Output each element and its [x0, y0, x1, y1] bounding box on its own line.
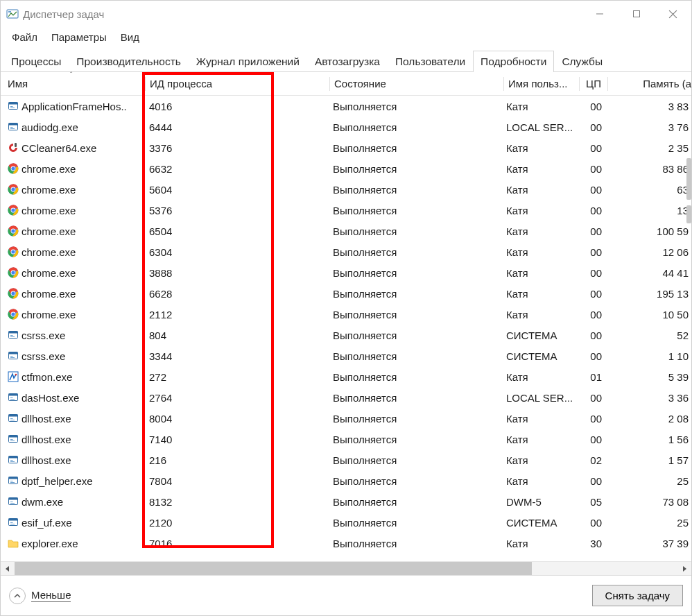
table-row[interactable]: dasHost.exe2764ВыполняетсяLOCAL SER...00… — [1, 387, 691, 408]
menu-options[interactable]: Параметры — [46, 30, 112, 44]
mem-cell: 52 — [605, 330, 691, 341]
cpu-cell: 00 — [577, 121, 605, 133]
mem-cell: 3 83 — [605, 101, 691, 112]
table-row[interactable]: chrome.exe6632ВыполняетсяКатя0083 86 — [1, 158, 691, 179]
table-row[interactable]: chrome.exe5376ВыполняетсяКатя0013 — [1, 200, 691, 221]
process-name-cell: chrome.exe — [1, 267, 145, 279]
ctfmon-icon — [8, 371, 19, 382]
tab-6[interactable]: Службы — [554, 51, 610, 72]
scroll-right-icon[interactable] — [677, 562, 691, 575]
svg-rect-58 — [9, 436, 18, 438]
mem-cell: 1 57 — [605, 454, 691, 466]
table-row[interactable]: esif_uf.exe2120ВыполняетсяСИСТЕМА0025 — [1, 512, 691, 533]
vertical-scroll-indicator[interactable] — [686, 158, 691, 200]
svg-rect-44 — [9, 352, 18, 354]
col-header-pid[interactable]: ИД процесса — [146, 78, 329, 89]
svg-rect-51 — [10, 397, 13, 398]
menu-view[interactable]: Вид — [115, 30, 145, 44]
process-name-cell: chrome.exe — [1, 205, 145, 216]
mem-cell: 25 — [605, 475, 691, 487]
col-header-mem[interactable]: Память (а — [608, 78, 691, 89]
fewer-details-button[interactable]: Меньше — [9, 588, 71, 604]
pid-cell: 2764 — [145, 392, 329, 404]
table-row[interactable]: ctfmon.exe272ВыполняетсяКатя015 39 — [1, 366, 691, 387]
titlebar: Диспетчер задач — [1, 1, 691, 27]
process-name-text: chrome.exe — [21, 246, 76, 258]
svg-rect-67 — [10, 481, 13, 481]
process-name-cell: chrome.exe — [1, 309, 145, 320]
vertical-scroll-indicator[interactable] — [686, 205, 691, 223]
user-cell: Катя — [502, 205, 577, 216]
svg-rect-76 — [10, 524, 15, 524]
user-cell: Катя — [502, 246, 577, 258]
process-name-cell: ApplicationFrameHos.. — [1, 101, 145, 112]
table-row[interactable]: chrome.exe6628ВыполняетсяКатя00195 13 — [1, 283, 691, 304]
tab-2[interactable]: Журнал приложений — [189, 51, 307, 72]
scroll-thumb[interactable] — [15, 562, 532, 575]
minimize-button[interactable] — [581, 1, 618, 27]
tab-5[interactable]: Подробности — [473, 51, 554, 72]
col-header-name[interactable]: Имя — [1, 78, 145, 89]
tab-0[interactable]: Процессы — [3, 51, 69, 72]
cpu-cell: 00 — [577, 413, 605, 425]
pid-cell: 5376 — [145, 205, 329, 216]
process-name-text: chrome.exe — [21, 225, 76, 237]
col-header-user[interactable]: Имя польз... — [504, 78, 579, 89]
table-row[interactable]: ApplicationFrameHos..4016ВыполняетсяКатя… — [1, 96, 691, 117]
process-name-text: dllhost.exe — [21, 413, 71, 425]
exe-icon — [8, 350, 19, 361]
svg-rect-52 — [10, 399, 15, 400]
menu-file[interactable]: Файл — [6, 30, 43, 44]
table-row[interactable]: dwm.exe8132ВыполняетсяDWM-50573 08 — [1, 491, 691, 512]
table-row[interactable]: chrome.exe2112ВыполняетсяКатя0010 50 — [1, 304, 691, 325]
col-header-state[interactable]: Состояние — [330, 78, 503, 89]
table-row[interactable]: explorer.exe7016ВыполняетсяКатя3037 39 — [1, 533, 691, 554]
svg-point-32 — [11, 271, 15, 274]
col-header-cpu[interactable]: ЦП — [580, 78, 607, 89]
table-row[interactable]: chrome.exe5604ВыполняетсяКатя0063 — [1, 179, 691, 200]
process-name-text: chrome.exe — [21, 163, 76, 175]
table-row[interactable]: CCleaner64.exe3376ВыполняетсяКатя002 35 — [1, 137, 691, 158]
state-cell: Выполняется — [329, 267, 502, 279]
state-cell: Выполняется — [329, 121, 502, 133]
svg-rect-13 — [10, 128, 15, 129]
maximize-button[interactable] — [618, 1, 655, 27]
process-name-cell: CCleaner64.exe — [1, 142, 145, 154]
tab-4[interactable]: Пользователи — [388, 51, 473, 72]
table-row[interactable]: chrome.exe3888ВыполняетсяКатя0044 41 — [1, 262, 691, 283]
svg-rect-42 — [10, 336, 15, 337]
tab-1[interactable]: Производительность — [69, 51, 188, 72]
exe-icon — [8, 330, 19, 341]
pid-cell: 804 — [145, 330, 329, 341]
process-name-cell: audiodg.exe — [1, 121, 145, 133]
table-row[interactable]: dptf_helper.exe7804ВыполняетсяКатя0025 — [1, 470, 691, 491]
cpu-cell: 00 — [577, 288, 605, 300]
scroll-left-icon[interactable] — [1, 562, 15, 575]
table-body[interactable]: ApplicationFrameHos..4016ВыполняетсяКатя… — [1, 96, 691, 561]
process-name-cell: csrss.exe — [1, 350, 145, 362]
table-row[interactable]: dllhost.exe7140ВыполняетсяКатя001 56 — [1, 429, 691, 450]
table-row[interactable]: chrome.exe6304ВыполняетсяКатя0012 06 — [1, 241, 691, 262]
scroll-track[interactable] — [15, 562, 677, 575]
table-row[interactable]: dllhost.exe8004ВыполняетсяКатя002 08 — [1, 408, 691, 429]
exe-icon — [8, 413, 19, 424]
folder-icon — [8, 538, 19, 549]
exe-icon — [8, 475, 19, 486]
pid-cell: 7016 — [145, 538, 329, 549]
table-row[interactable]: audiodg.exe6444ВыполняетсяLOCAL SER...00… — [1, 117, 691, 137]
tab-3[interactable]: Автозагрузка — [307, 51, 388, 72]
table-row[interactable]: chrome.exe6504ВыполняетсяКатя00100 59 — [1, 221, 691, 241]
process-name-text: csrss.exe — [21, 330, 65, 341]
state-cell: Выполняется — [329, 246, 502, 258]
table-row[interactable]: csrss.exe3344ВыполняетсяСИСТЕМА001 10 — [1, 345, 691, 366]
pid-cell: 6628 — [145, 288, 329, 300]
exe-icon — [8, 434, 19, 445]
close-button[interactable] — [655, 1, 691, 27]
window-buttons — [581, 1, 691, 27]
horizontal-scrollbar[interactable] — [1, 561, 691, 575]
table-row[interactable]: dllhost.exe216ВыполняетсяКатя021 57 — [1, 450, 691, 470]
process-name-cell: esif_uf.exe — [1, 517, 145, 529]
end-task-button[interactable]: Снять задачу — [592, 585, 683, 606]
table-row[interactable]: csrss.exe804ВыполняетсяСИСТЕМА0052 — [1, 325, 691, 345]
mem-cell: 1 10 — [605, 350, 691, 362]
